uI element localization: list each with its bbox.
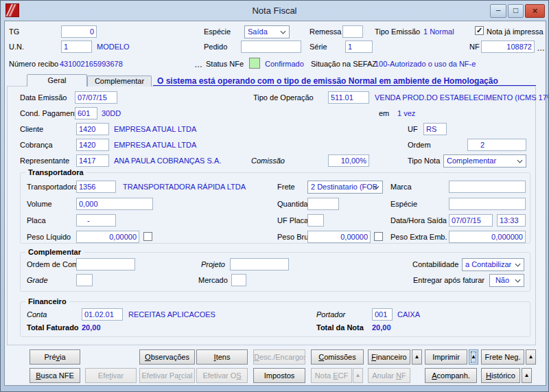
peso-liquido-field[interactable]: 0,00000 bbox=[76, 231, 139, 243]
observacoes-button[interactable]: Observações bbox=[139, 349, 195, 365]
data-emissao-field[interactable]: 07/07/15 bbox=[75, 91, 117, 104]
status-nfe-lookup-button[interactable]: ... bbox=[195, 62, 202, 68]
nota-ecf-button[interactable]: Nota ECF bbox=[311, 368, 352, 383]
efetivar-button[interactable]: Efetivar bbox=[85, 368, 137, 383]
total-faturado-value: 20,00 bbox=[82, 323, 101, 332]
portador-label: Portador bbox=[316, 310, 345, 319]
label-part: inanceiro bbox=[376, 353, 407, 361]
financeiro-menu-arrow-button[interactable]: ▲ bbox=[412, 349, 422, 365]
nf-lookup-button[interactable]: ... bbox=[537, 46, 545, 51]
efetivar-os-button[interactable]: Efetivar OS bbox=[196, 368, 248, 383]
total-da-nota-value: 20,00 bbox=[372, 323, 391, 332]
contabilidade-value: a Contabilizar bbox=[465, 260, 511, 268]
label-part: Nota bbox=[315, 371, 333, 380]
tipo-operacao-field[interactable]: 511.01 bbox=[328, 91, 369, 104]
ordem-field[interactable]: 2 bbox=[467, 139, 526, 151]
label-part: Efetivar O bbox=[202, 371, 236, 380]
portador-field[interactable]: 001 bbox=[372, 308, 393, 321]
comissoes-button[interactable]: Comissões bbox=[311, 349, 364, 365]
peso-liquido-checkbox[interactable] bbox=[143, 232, 152, 241]
remessa-field[interactable] bbox=[342, 25, 363, 38]
contabilidade-select[interactable]: a Contabilizar bbox=[462, 258, 524, 271]
ordem-compra-field[interactable] bbox=[76, 258, 135, 270]
conta-field[interactable]: 01.02.01 bbox=[82, 308, 123, 321]
portador-desc: CAIXA bbox=[397, 310, 420, 319]
previa-button[interactable]: Prévia bbox=[30, 349, 80, 365]
label-part: Anular bbox=[372, 371, 396, 380]
projeto-field[interactable] bbox=[230, 258, 289, 270]
minimize-button[interactable]: – bbox=[490, 4, 506, 18]
status-nfe-value: Confirmado bbox=[265, 60, 304, 68]
nota-ja-impressa-checkbox[interactable]: ✓ bbox=[475, 26, 484, 35]
desc-encargos-button[interactable]: Desc./Encargos bbox=[253, 349, 305, 365]
uf-placa-field[interactable] bbox=[307, 214, 324, 227]
anular-nf-button[interactable]: Anular NF bbox=[368, 368, 410, 383]
tab-geral[interactable]: Geral bbox=[27, 74, 87, 87]
comissao-label: Comissão bbox=[251, 157, 285, 165]
conta-desc: RECEITAS APLICACOES bbox=[128, 310, 215, 319]
close-button[interactable]: × bbox=[525, 4, 545, 18]
mercado-field[interactable] bbox=[231, 274, 246, 286]
pedido-field[interactable] bbox=[241, 41, 301, 53]
grade-field[interactable] bbox=[76, 274, 93, 286]
tipo-nota-select[interactable]: Complementar bbox=[443, 154, 526, 168]
label-part: Impostos bbox=[264, 371, 295, 380]
label-part: cial bbox=[181, 371, 193, 380]
transportadora-field[interactable]: 1356 bbox=[76, 181, 116, 193]
transportadora-group-title: Transportadora bbox=[25, 168, 86, 176]
imprimir-button[interactable]: Imprimir bbox=[425, 349, 467, 365]
label-part: ivar bbox=[111, 371, 124, 380]
window-title: Nota Fiscal bbox=[1, 5, 548, 16]
acompanh-button[interactable]: Acompanh. bbox=[425, 368, 477, 383]
quantidade-field[interactable] bbox=[307, 198, 339, 210]
placa-field[interactable]: - bbox=[76, 214, 116, 227]
transportadora-label: Transportadora bbox=[27, 183, 78, 191]
historico-menu-arrow-button[interactable]: ▲ bbox=[522, 368, 532, 383]
itens-button[interactable]: Itens bbox=[196, 349, 248, 365]
peso-bruto-field[interactable]: 0,00000 bbox=[307, 231, 371, 243]
marca-field[interactable] bbox=[449, 181, 526, 193]
financeiro-button[interactable]: Financeiro bbox=[368, 349, 410, 365]
especie-select[interactable]: Saída bbox=[244, 25, 290, 38]
volume-field[interactable]: 0,000 bbox=[76, 198, 153, 210]
nf-field[interactable]: 108872 bbox=[481, 41, 535, 53]
tg-field[interactable]: 0 bbox=[61, 25, 97, 38]
status-nfe-indicator bbox=[249, 58, 260, 69]
tipo-emissao-label: Tipo Emissão bbox=[375, 27, 420, 36]
nota-ecf-menu-arrow-button[interactable]: ▲ bbox=[353, 368, 363, 383]
total-faturado-label: Total Faturado bbox=[27, 323, 79, 332]
frete-neg-menu-arrow-button[interactable]: ▲ bbox=[526, 349, 536, 365]
tab-complementar[interactable]: Complementar bbox=[87, 76, 152, 87]
representante-desc: ANA PAULA COBRANÇAS S.A. bbox=[114, 157, 221, 165]
placa-label: Placa bbox=[27, 216, 46, 224]
comissao-field[interactable]: 10,00% bbox=[328, 154, 369, 167]
frete-neg-button[interactable]: Frete Neg. bbox=[481, 349, 524, 365]
frete-select[interactable]: 2 Destinatario (FOB bbox=[307, 181, 383, 194]
efetivar-parcial-button[interactable]: Efetivar Parcial bbox=[139, 368, 195, 383]
uf-label: UF bbox=[408, 125, 418, 133]
maximize-button[interactable]: □ bbox=[508, 4, 524, 18]
tipo-emissao-value: 1 Normal bbox=[423, 27, 454, 36]
busca-nfe-button[interactable]: Busca NFE bbox=[30, 368, 80, 383]
cliente-field[interactable]: 1420 bbox=[76, 123, 109, 135]
especie-value: Saída bbox=[248, 27, 268, 36]
hora-saida-field[interactable]: 13:33 bbox=[497, 214, 526, 227]
serie-label: Série bbox=[309, 43, 327, 51]
peso-extra-field[interactable]: 0,000000 bbox=[449, 231, 526, 243]
data-saida-field[interactable]: 07/07/15 bbox=[449, 214, 493, 227]
entregar-apos-faturar-select[interactable]: Não bbox=[489, 274, 524, 287]
situacao-sefaz-label: Situação na SEFAZ bbox=[311, 60, 377, 68]
representante-field[interactable]: 1417 bbox=[76, 154, 109, 167]
historico-button[interactable]: Histórico bbox=[481, 368, 520, 383]
cond-pagamento-desc: 30DD bbox=[102, 109, 121, 117]
un-field[interactable]: 1 bbox=[61, 41, 92, 53]
cond-pagamento-field[interactable]: 601 bbox=[75, 107, 97, 119]
uf-field[interactable]: RS bbox=[423, 123, 447, 135]
accesskey: A bbox=[432, 371, 436, 380]
peso-bruto-checkbox[interactable] bbox=[374, 232, 383, 241]
especie-emb-field[interactable] bbox=[449, 198, 526, 210]
imprimir-menu-arrow-button[interactable]: ▲ bbox=[469, 349, 478, 365]
serie-field[interactable]: 1 bbox=[345, 41, 373, 53]
cobranca-field[interactable]: 1420 bbox=[76, 139, 109, 151]
impostos-button[interactable]: Impostos bbox=[253, 368, 305, 383]
